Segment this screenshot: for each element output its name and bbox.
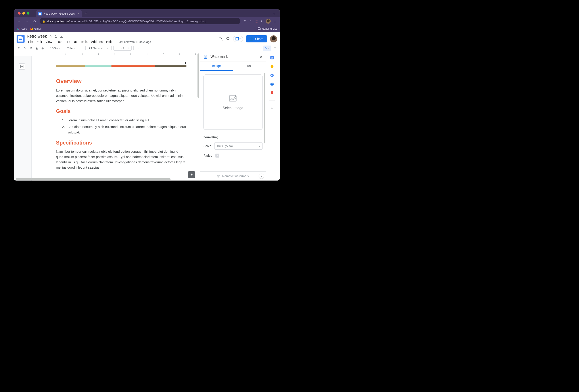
- menu-addons[interactable]: Add-ons: [90, 40, 104, 44]
- font-select[interactable]: PT Sans N… ▾: [87, 46, 110, 50]
- docs-logo-icon[interactable]: [17, 35, 25, 43]
- scale-select[interactable]: 100% (Auto) ▾: [214, 142, 263, 150]
- reading-list-label: Reading List: [262, 27, 277, 30]
- share-button[interactable]: 👤 Share: [246, 35, 267, 42]
- menu-tools[interactable]: Tools: [79, 40, 89, 44]
- ruler-tick: 4: [111, 53, 119, 55]
- calendar-icon[interactable]: 31: [270, 56, 274, 60]
- bookmark-gmail[interactable]: Gmail: [30, 27, 41, 30]
- list-item: Lorem ipsum dolor sit amet, consectetuer…: [66, 117, 186, 123]
- pencil-icon: ✎: [265, 47, 267, 50]
- font-size-stepper: − 42 +: [113, 46, 132, 51]
- chevron-down-icon: ▾: [239, 38, 241, 40]
- browser-menu-icon[interactable]: ⋮: [273, 19, 277, 23]
- new-tab-button[interactable]: +: [85, 11, 87, 16]
- gmail-icon: [30, 28, 33, 30]
- spellcheck-button[interactable]: A̲: [34, 46, 39, 51]
- reading-list-button[interactable]: Reading List: [255, 27, 277, 30]
- remove-watermark-button[interactable]: 🗑 Remove watermark ›: [200, 171, 266, 180]
- increase-font-button[interactable]: +: [126, 46, 131, 50]
- account-avatar-icon[interactable]: [270, 35, 277, 42]
- list-item: Sed diam nonummy nibh euismod tincidunt …: [66, 124, 186, 135]
- chevron-down-icon: ▾: [59, 47, 60, 49]
- page-number: 1: [184, 61, 186, 65]
- menu-format[interactable]: Format: [66, 40, 78, 44]
- contacts-icon[interactable]: [270, 82, 274, 86]
- minimize-window-button[interactable]: [22, 12, 25, 15]
- forward-button[interactable]: →: [24, 19, 30, 23]
- tasks-icon[interactable]: [270, 73, 274, 78]
- present-button[interactable]: ↑ ▾: [233, 36, 243, 42]
- browser-window: Retro week - Google Docs × + ⌄ ← → ⟳ 🔒 d…: [14, 9, 280, 180]
- back-button[interactable]: ←: [16, 19, 22, 23]
- chevron-right-icon[interactable]: ›: [259, 174, 264, 178]
- undo-button[interactable]: ↶: [16, 46, 21, 51]
- document-title[interactable]: Retro week: [27, 34, 47, 39]
- editing-mode-button[interactable]: ✎ ▾: [263, 46, 271, 51]
- more-tools-button[interactable]: ⋯: [135, 46, 141, 51]
- faded-row: Faded ✓: [204, 154, 263, 158]
- menu-help[interactable]: Help: [105, 40, 114, 44]
- show-outline-button[interactable]: [19, 63, 25, 70]
- right-rail: 31 +: [266, 52, 278, 180]
- close-icon[interactable]: ✕: [260, 55, 263, 59]
- redo-button[interactable]: ↷: [22, 46, 27, 51]
- scroll-thumb[interactable]: [16, 178, 170, 180]
- move-folder-icon[interactable]: 🗀: [54, 35, 58, 38]
- tab-text[interactable]: Text: [233, 61, 266, 71]
- zoom-select[interactable]: 100% ▾: [49, 46, 62, 50]
- collapse-toolbar-button[interactable]: ⌃: [273, 46, 278, 51]
- tab-image[interactable]: Image: [200, 61, 233, 71]
- menu-file[interactable]: File: [27, 40, 34, 44]
- translate-icon[interactable]: ⬚: [255, 19, 258, 23]
- activity-icon[interactable]: 〽: [219, 37, 223, 41]
- svg-point-5: [205, 56, 206, 57]
- tab-strip: Retro week - Google Docs × + ⌄: [14, 9, 280, 17]
- font-size-value[interactable]: 42: [119, 46, 126, 50]
- menu-edit[interactable]: Edit: [35, 40, 43, 44]
- horizontal-ruler[interactable]: 1 2 3 4 5 6 7 8 9: [14, 52, 200, 56]
- add-addon-button[interactable]: +: [270, 106, 274, 111]
- title-action-icons: ☆ 🗀 ☁: [49, 35, 63, 38]
- profile-avatar-icon[interactable]: [266, 19, 271, 24]
- bookmark-apps[interactable]: Apps: [17, 27, 27, 30]
- comments-icon[interactable]: 🗨: [226, 37, 230, 41]
- menu-insert[interactable]: Insert: [54, 40, 65, 44]
- font-value: PT Sans N…: [89, 47, 105, 50]
- print-button[interactable]: 🖶: [28, 46, 34, 51]
- tab-list-dropdown[interactable]: ⌄: [270, 11, 278, 15]
- url-text: docs.google.com/document/d/1xG1zOE4X_HgQ…: [47, 20, 206, 23]
- maximize-window-button[interactable]: [27, 12, 29, 15]
- sidepanel-scroll-thumb[interactable]: [264, 73, 265, 143]
- select-image-dropzone[interactable]: Select Image: [204, 74, 263, 130]
- menu-view[interactable]: View: [44, 40, 54, 44]
- star-icon[interactable]: ☆: [49, 35, 52, 38]
- style-value: Title: [67, 47, 72, 50]
- vertical-scrollbar[interactable]: [197, 52, 199, 180]
- apps-grid-icon: [17, 28, 19, 30]
- maps-icon[interactable]: [270, 91, 274, 95]
- close-window-button[interactable]: [18, 12, 21, 15]
- chevron-down-icon: ▾: [74, 47, 75, 49]
- reload-button[interactable]: ⟳: [32, 19, 38, 23]
- faded-checkbox[interactable]: ✓: [216, 154, 219, 158]
- document-page[interactable]: 1 Overview Lorem ipsum dolor sit amet, c…: [32, 56, 200, 180]
- extensions-icon[interactable]: ✦: [260, 19, 263, 23]
- paragraph-style-select[interactable]: Title ▾: [66, 46, 84, 50]
- chevron-down-icon: ▾: [268, 47, 269, 49]
- share-url-icon[interactable]: ⇪: [243, 19, 246, 23]
- close-tab-icon[interactable]: ×: [78, 12, 80, 15]
- bookmark-label: Apps: [21, 27, 27, 30]
- cloud-status-icon[interactable]: ☁: [60, 35, 63, 38]
- explore-button[interactable]: ✦: [188, 171, 195, 178]
- last-edit-link[interactable]: Last edit was 11 days ago: [117, 40, 152, 44]
- browser-tab[interactable]: Retro week - Google Docs ×: [36, 10, 82, 17]
- horizontal-scrollbar[interactable]: [15, 178, 193, 180]
- decrease-font-button[interactable]: −: [114, 46, 119, 50]
- keep-icon[interactable]: [270, 64, 274, 69]
- scroll-thumb[interactable]: [198, 54, 199, 98]
- toolbar-separator: [85, 46, 86, 50]
- paint-format-button[interactable]: ⊘: [40, 46, 45, 51]
- bookmark-star-icon[interactable]: ☆: [249, 19, 252, 23]
- address-bar[interactable]: 🔒 docs.google.com/document/d/1xG1zOE4X_H…: [40, 18, 240, 24]
